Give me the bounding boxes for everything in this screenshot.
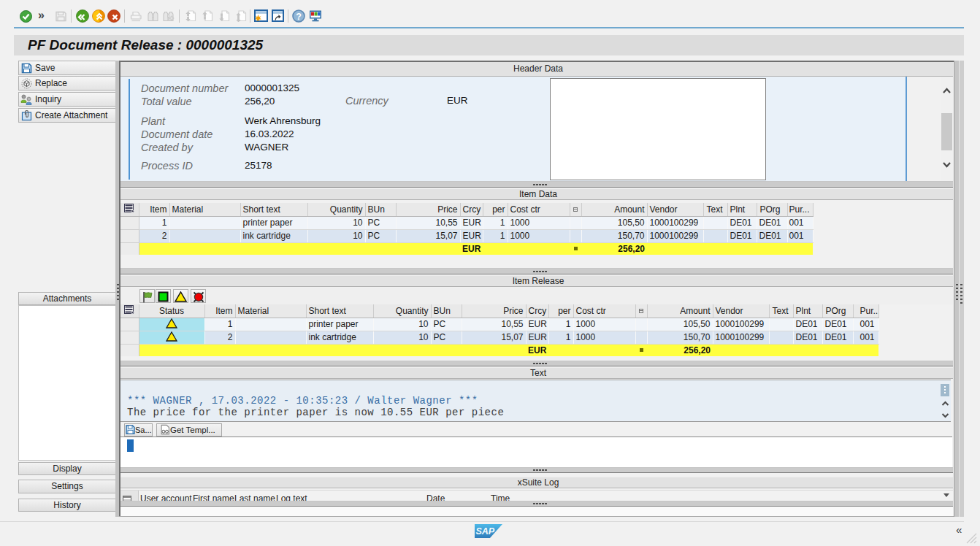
svg-text:?: ? [296,12,302,22]
svg-text:SAP: SAP [476,526,495,537]
